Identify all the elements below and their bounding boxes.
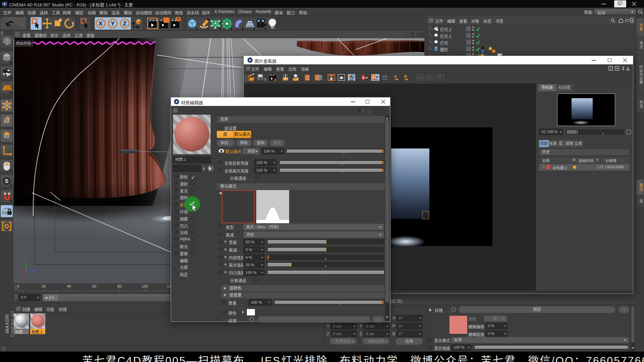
svg-text:X: X: [23, 273, 25, 277]
svg-text:B: B: [366, 76, 368, 79]
svg-text:S: S: [5, 178, 8, 184]
svg-text:B: B: [404, 74, 407, 78]
svg-text:?: ?: [264, 78, 266, 82]
svg-text:A: A: [362, 76, 365, 79]
svg-text:B: B: [376, 75, 378, 79]
svg-text:AB: AB: [418, 76, 422, 79]
svg-text:Y: Y: [111, 20, 115, 27]
svg-text:Y: Y: [24, 258, 26, 262]
svg-text:A|B: A|B: [437, 75, 441, 78]
svg-text:AB: AB: [382, 75, 387, 79]
svg-text:A: A: [372, 75, 375, 79]
svg-text:A: A: [394, 74, 397, 78]
svg-text:x: x: [274, 77, 276, 81]
svg-text:A:B: A:B: [427, 75, 431, 78]
svg-text:Z: Z: [34, 268, 36, 272]
svg-text:Z: Z: [123, 20, 126, 27]
svg-text:X: X: [99, 20, 103, 27]
